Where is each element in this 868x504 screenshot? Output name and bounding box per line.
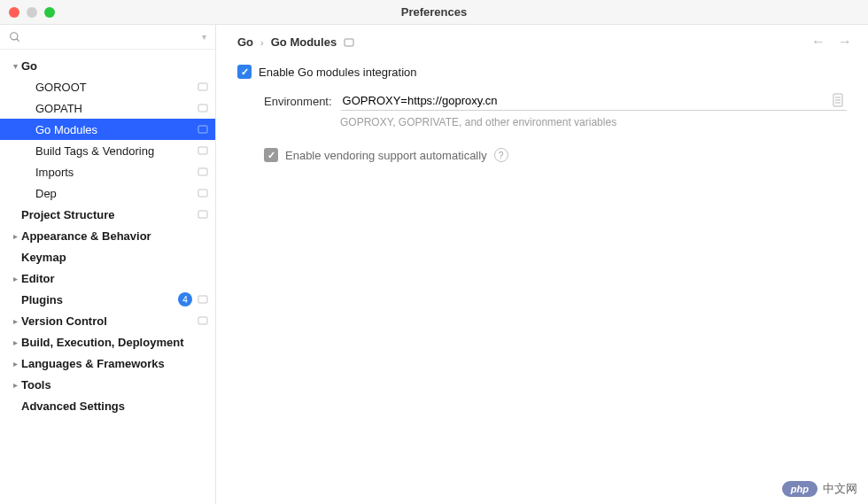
- svg-line-1: [17, 38, 19, 41]
- chevron-right-icon[interactable]: ▸: [9, 316, 21, 326]
- svg-rect-6: [198, 168, 207, 175]
- minimize-window-button[interactable]: [27, 7, 37, 18]
- sidebar-item-editor[interactable]: ▸Editor: [0, 268, 215, 289]
- window-title: Preferences: [401, 5, 467, 19]
- svg-rect-4: [198, 126, 207, 133]
- sidebar-item-label: Version Control: [21, 314, 198, 328]
- expand-icon[interactable]: [833, 93, 845, 107]
- chevron-right-icon[interactable]: ▸: [9, 337, 21, 347]
- nav-forward-button[interactable]: →: [838, 34, 852, 50]
- sidebar-item-label: GOROOT: [35, 81, 198, 94]
- sidebar-item-appearance-behavior[interactable]: ▸Appearance & Behavior: [0, 225, 215, 246]
- sidebar-item-label: GOPATH: [35, 102, 198, 115]
- chevron-right-icon[interactable]: ▸: [9, 359, 21, 368]
- close-window-button[interactable]: [9, 7, 19, 18]
- project-scope-icon: [198, 167, 208, 176]
- vendoring-row[interactable]: ✓ Enable vendoring support automatically…: [264, 148, 847, 162]
- sidebar-item-label: Go Modules: [35, 123, 198, 136]
- svg-rect-2: [198, 83, 207, 90]
- sidebar-item-label: Languages & Frameworks: [21, 357, 208, 370]
- sidebar-item-goroot[interactable]: GOROOT: [0, 76, 215, 97]
- enable-integration-checkbox[interactable]: ✓: [237, 65, 252, 79]
- sidebar: ▾ ▾GoGOROOTGOPATHGo ModulesBuild Tags & …: [0, 25, 216, 504]
- maximize-window-button[interactable]: [44, 7, 55, 18]
- environment-input-wrap: [341, 91, 847, 111]
- project-scope-icon: [198, 295, 208, 304]
- sidebar-item-languages-frameworks[interactable]: ▸Languages & Frameworks: [0, 353, 215, 374]
- sidebar-item-project-structure[interactable]: Project Structure: [0, 204, 215, 225]
- environment-hint: GOPROXY, GOPRIVATE, and other environmen…: [340, 116, 847, 128]
- sidebar-item-label: Plugins: [21, 293, 178, 306]
- project-scope-icon: [198, 125, 208, 134]
- sidebar-item-label: Build, Execution, Deployment: [21, 336, 208, 349]
- sidebar-item-label: Project Structure: [21, 208, 198, 221]
- php-badge: php: [782, 481, 818, 497]
- svg-rect-3: [198, 105, 207, 112]
- svg-rect-11: [345, 39, 353, 46]
- sidebar-item-advanced-settings[interactable]: Advanced Settings: [0, 395, 215, 416]
- sidebar-item-go-modules[interactable]: Go Modules: [0, 119, 215, 140]
- environment-input[interactable]: [341, 91, 847, 110]
- svg-rect-10: [198, 317, 207, 324]
- search-icon: [9, 31, 21, 43]
- sidebar-item-gopath[interactable]: GOPATH: [0, 97, 215, 119]
- chevron-right-icon[interactable]: ▸: [9, 274, 21, 283]
- settings-tree: ▾GoGOROOTGOPATHGo ModulesBuild Tags & Ve…: [0, 50, 215, 416]
- vendoring-checkbox[interactable]: ✓: [264, 148, 278, 162]
- sidebar-item-go[interactable]: ▾Go: [0, 55, 215, 76]
- project-scope-icon: [198, 82, 208, 91]
- environment-row: Environment:: [264, 91, 847, 111]
- sidebar-item-build-execution-deployment[interactable]: ▸Build, Execution, Deployment: [0, 331, 215, 353]
- breadcrumb-root[interactable]: Go: [237, 35, 253, 49]
- sidebar-item-imports[interactable]: Imports: [0, 161, 215, 182]
- traffic-lights: [9, 7, 55, 18]
- sidebar-item-label: Dep: [35, 187, 198, 200]
- nav-back-button[interactable]: ←: [811, 34, 825, 50]
- sidebar-item-version-control[interactable]: ▸Version Control: [0, 310, 215, 331]
- titlebar: Preferences: [0, 0, 868, 25]
- svg-rect-8: [198, 211, 207, 218]
- project-scope-icon: [198, 146, 208, 155]
- breadcrumb: Go › Go Modules: [237, 35, 847, 49]
- sidebar-item-label: Go: [21, 59, 208, 73]
- project-scope-icon: [198, 189, 208, 198]
- project-scope-icon: [198, 104, 208, 112]
- chevron-right-icon: ›: [260, 37, 264, 48]
- search-row: ▾: [0, 25, 215, 50]
- vendoring-label: Enable vendoring support automatically: [285, 149, 487, 162]
- svg-rect-7: [198, 190, 207, 197]
- project-scope-icon: [198, 210, 208, 219]
- sidebar-item-tools[interactable]: ▸Tools: [0, 374, 215, 395]
- chevron-down-icon[interactable]: ▾: [9, 61, 21, 71]
- svg-point-0: [11, 32, 18, 39]
- sidebar-item-label: Editor: [21, 272, 208, 285]
- help-icon[interactable]: ?: [494, 148, 508, 162]
- enable-integration-row[interactable]: ✓ Enable Go modules integration: [237, 65, 847, 79]
- chevron-down-icon[interactable]: ▾: [202, 32, 206, 42]
- nav-arrows: ← →: [811, 34, 852, 50]
- sidebar-item-label: Tools: [21, 378, 208, 392]
- sidebar-item-label: Appearance & Behavior: [21, 229, 208, 243]
- svg-rect-9: [198, 296, 207, 303]
- watermark: php 中文网: [782, 481, 857, 497]
- sidebar-item-label: Build Tags & Vendoring: [35, 144, 198, 158]
- sidebar-item-build-tags-vendoring[interactable]: Build Tags & Vendoring: [0, 140, 215, 161]
- sidebar-item-label: Advanced Settings: [21, 399, 208, 413]
- sidebar-item-label: Imports: [35, 166, 198, 179]
- project-scope-icon: [198, 316, 208, 325]
- search-input[interactable]: [27, 30, 197, 43]
- enable-integration-label: Enable Go modules integration: [259, 66, 417, 79]
- project-scope-icon: [344, 38, 354, 47]
- watermark-text: 中文网: [823, 481, 857, 497]
- sidebar-item-keymap[interactable]: Keymap: [0, 246, 215, 268]
- content-panel: ← → Go › Go Modules ✓ Enable Go modules …: [216, 25, 868, 504]
- chevron-right-icon[interactable]: ▸: [9, 380, 21, 390]
- svg-rect-5: [198, 147, 207, 154]
- sidebar-item-plugins[interactable]: Plugins4: [0, 289, 215, 310]
- sidebar-item-label: Keymap: [21, 251, 208, 264]
- breadcrumb-current: Go Modules: [271, 35, 337, 49]
- chevron-right-icon[interactable]: ▸: [9, 231, 21, 241]
- sidebar-item-dep[interactable]: Dep: [0, 182, 215, 204]
- environment-label: Environment:: [264, 95, 332, 108]
- update-badge: 4: [178, 292, 192, 306]
